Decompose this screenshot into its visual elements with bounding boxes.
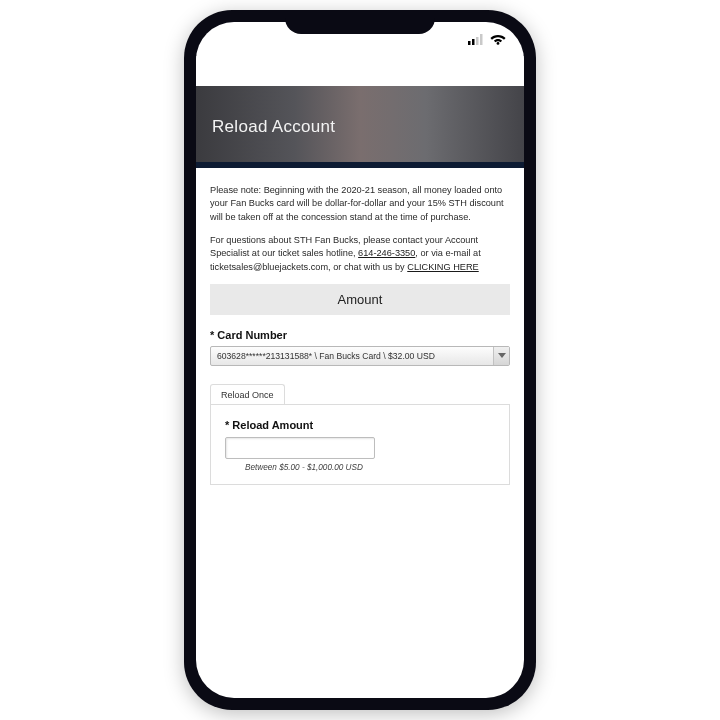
svg-point-4 xyxy=(497,42,500,45)
note-paragraph-1: Please note: Beginning with the 2020-21 … xyxy=(210,184,510,224)
svg-rect-2 xyxy=(476,37,479,45)
note-paragraph-2: For questions about STH Fan Bucks, pleas… xyxy=(210,234,510,274)
svg-rect-3 xyxy=(480,34,483,45)
chevron-down-icon xyxy=(493,347,509,365)
reload-amount-label: * Reload Amount xyxy=(225,419,495,431)
tab-row: Reload Once xyxy=(210,384,510,404)
svg-rect-0 xyxy=(468,41,471,45)
card-number-label: * Card Number xyxy=(210,329,510,341)
reload-once-panel: * Reload Amount Between $5.00 - $1,000.0… xyxy=(210,404,510,485)
page-title: Reload Account xyxy=(212,117,335,137)
top-gap xyxy=(196,56,524,86)
card-number-selected-value: 603628******213131588* \ Fan Bucks Card … xyxy=(210,346,510,366)
amount-section-header: Amount xyxy=(210,284,510,315)
card-number-select[interactable]: 603628******213131588* \ Fan Bucks Card … xyxy=(210,346,510,366)
phone-frame: Reload Account Please note: Beginning wi… xyxy=(184,10,536,710)
cellular-signal-icon xyxy=(468,34,484,45)
svg-rect-1 xyxy=(472,39,475,45)
phone-link[interactable]: 614-246-3350 xyxy=(358,248,415,258)
tab-reload-once[interactable]: Reload Once xyxy=(210,384,285,404)
phone-screen: Reload Account Please note: Beginning wi… xyxy=(196,22,524,698)
body-area: Please note: Beginning with the 2020-21 … xyxy=(196,168,524,698)
wifi-icon xyxy=(490,33,506,45)
reload-amount-hint: Between $5.00 - $1,000.00 USD xyxy=(225,463,495,472)
hero-banner: Reload Account xyxy=(196,86,524,168)
phone-notch xyxy=(285,10,435,34)
chat-link[interactable]: CLICKING HERE xyxy=(407,262,478,272)
reload-amount-input[interactable] xyxy=(225,437,375,459)
